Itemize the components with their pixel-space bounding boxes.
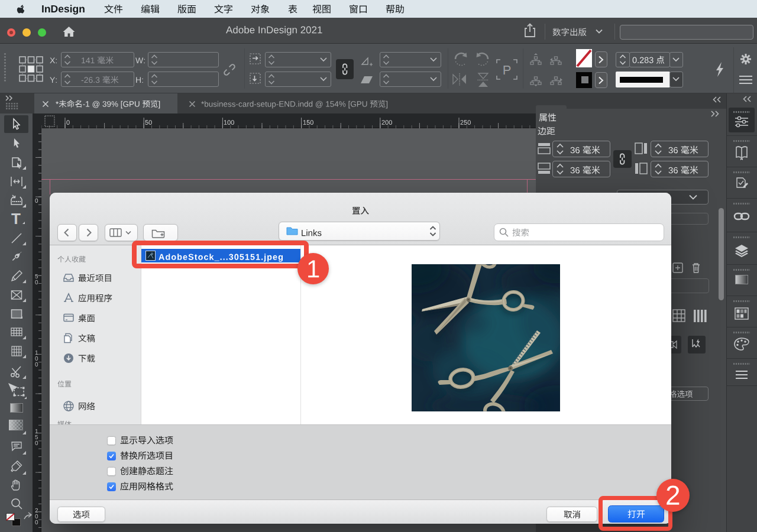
svg-text:P: P <box>503 63 512 77</box>
svg-text:T: T <box>11 211 21 228</box>
